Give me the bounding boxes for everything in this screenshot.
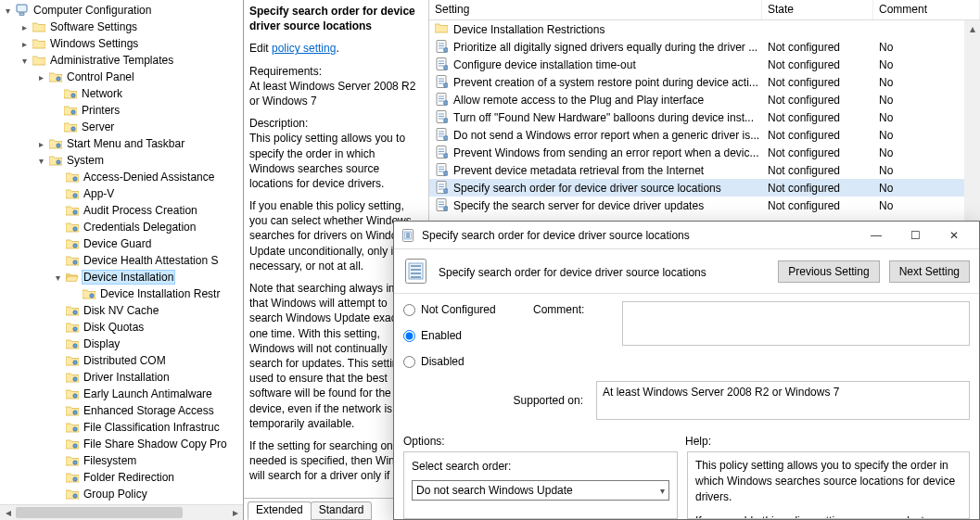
- tree-server[interactable]: Server: [0, 119, 243, 135]
- row-label: Specify search order for device driver s…: [453, 182, 721, 195]
- tree-item[interactable]: Display: [0, 336, 243, 352]
- folder-icon: [48, 153, 63, 168]
- scroll-thumb[interactable]: [16, 507, 183, 518]
- chevron-right-icon[interactable]: ▸: [33, 139, 48, 149]
- row-state: Not configured: [762, 182, 873, 195]
- radio-enabled[interactable]: Enabled: [403, 329, 533, 342]
- tree-software-settings[interactable]: ▸ Software Settings: [0, 19, 243, 35]
- tree-admin-templates[interactable]: ▾ Administrative Templates: [0, 52, 243, 69]
- tree-item[interactable]: Device Health Attestation S: [0, 252, 243, 269]
- radio-input[interactable]: [403, 330, 415, 342]
- edit-policy-link[interactable]: policy setting: [272, 42, 336, 55]
- chevron-down-icon[interactable]: ▾: [33, 156, 48, 166]
- comment-textbox[interactable]: [622, 301, 970, 346]
- policy-icon: [435, 163, 450, 178]
- tree-item[interactable]: Enhanced Storage Access: [0, 402, 243, 419]
- chevron-down-icon[interactable]: ▾: [50, 273, 65, 283]
- row-label: Do not send a Windows error report when …: [453, 129, 759, 142]
- chevron-down-icon[interactable]: ▾: [0, 6, 15, 16]
- row-state: Not configured: [762, 41, 873, 54]
- list-row[interactable]: Turn off "Found New Hardware" balloons d…: [429, 108, 980, 126]
- radio-disabled[interactable]: Disabled: [403, 355, 533, 368]
- folder-icon: [65, 253, 80, 268]
- tree-label: File Share Shadow Copy Pro: [82, 438, 229, 450]
- tree-label: Filesystem: [82, 454, 138, 467]
- scroll-left-icon[interactable]: ◂: [0, 505, 16, 521]
- tree-item[interactable]: File Share Shadow Copy Pro: [0, 436, 243, 452]
- tree-item[interactable]: Disk Quotas: [0, 319, 243, 336]
- folder-open-icon: [65, 270, 80, 285]
- tree-device-installation-restr[interactable]: Device Installation Restr: [0, 285, 243, 302]
- row-label: Prevent device metadata retrieval from t…: [453, 164, 704, 177]
- chevron-right-icon[interactable]: ▸: [17, 39, 32, 49]
- tree-item[interactable]: Driver Installation: [0, 369, 243, 386]
- tree-item[interactable]: Early Launch Antimalware: [0, 386, 243, 402]
- minimize-button[interactable]: —: [857, 222, 896, 248]
- tree-item[interactable]: Device Guard: [0, 235, 243, 252]
- tree-item[interactable]: Filesystem: [0, 452, 243, 469]
- tree-system[interactable]: ▾System: [0, 152, 243, 169]
- dialog-titlebar[interactable]: Specify search order for device driver s…: [394, 222, 979, 249]
- tree-control-panel[interactable]: ▸Control Panel: [0, 69, 243, 85]
- col-state[interactable]: State: [762, 0, 873, 19]
- row-label: Prevent creation of a system restore poi…: [453, 76, 758, 89]
- list-row[interactable]: Specify search order for device driver s…: [429, 179, 980, 197]
- comment-label: Comment:: [533, 301, 611, 316]
- tree-item[interactable]: Access-Denied Assistance: [0, 169, 243, 185]
- list-row[interactable]: Configure device installation time-outNo…: [429, 56, 980, 73]
- col-setting[interactable]: Setting: [429, 0, 762, 19]
- tree-item[interactable]: File Classification Infrastruc: [0, 419, 243, 436]
- list-row[interactable]: Prevent Windows from sending an error re…: [429, 144, 980, 161]
- folder-icon: [65, 220, 80, 235]
- col-comment[interactable]: Comment: [873, 0, 980, 19]
- dialog-subtitle: Specify search order for device driver s…: [439, 264, 769, 279]
- folder-icon: [65, 170, 80, 184]
- tree-label: Device Installation Restr: [98, 287, 222, 300]
- scroll-up-icon[interactable]: ▴: [964, 20, 980, 36]
- list-row[interactable]: Do not send a Windows error report when …: [429, 126, 980, 144]
- radio-input[interactable]: [403, 304, 415, 316]
- tree-start-menu[interactable]: ▸Start Menu and Taskbar: [0, 135, 243, 152]
- computer-icon: [15, 3, 30, 18]
- tree-item[interactable]: Credentials Delegation: [0, 219, 243, 235]
- tree-printers[interactable]: Printers: [0, 102, 243, 119]
- folder-icon: [65, 186, 80, 201]
- previous-setting-button[interactable]: Previous Setting: [778, 260, 879, 283]
- list-row[interactable]: Prevent device metadata retrieval from t…: [429, 161, 980, 179]
- chevron-right-icon[interactable]: ▸: [17, 22, 32, 32]
- list-row[interactable]: Specify the search server for device dri…: [429, 197, 980, 214]
- list-row[interactable]: Prioritize all digitally signed drivers …: [429, 38, 980, 56]
- chevron-down-icon[interactable]: ▾: [17, 56, 32, 66]
- tree-label: Access-Denied Assistance: [82, 171, 216, 184]
- list-row[interactable]: Prevent creation of a system restore poi…: [429, 73, 980, 91]
- tree-item[interactable]: Group Policy: [0, 486, 243, 502]
- tree-root[interactable]: ▾ Computer Configuration: [0, 2, 243, 19]
- tree-label: Group Policy: [82, 488, 149, 501]
- tree-item[interactable]: App-V: [0, 185, 243, 202]
- tab-extended[interactable]: Extended: [248, 501, 312, 520]
- list-folder-row[interactable]: Device Installation Restrictions: [429, 20, 980, 38]
- tree-item[interactable]: Audit Process Creation: [0, 202, 243, 219]
- close-button[interactable]: ✕: [935, 222, 974, 248]
- tree-device-installation[interactable]: ▾Device Installation: [0, 269, 243, 285]
- tree-item[interactable]: Folder Redirection: [0, 469, 243, 486]
- folder-icon: [48, 136, 63, 151]
- chevron-right-icon[interactable]: ▸: [33, 72, 48, 82]
- folder-icon: [63, 86, 78, 101]
- tab-standard[interactable]: Standard: [311, 501, 373, 520]
- tree-windows-settings[interactable]: ▸ Windows Settings: [0, 35, 243, 52]
- tree-network[interactable]: Network: [0, 85, 243, 102]
- maximize-button[interactable]: ☐: [896, 222, 935, 248]
- select-label: Select search order:: [412, 460, 669, 473]
- scroll-right-icon[interactable]: ▸: [227, 505, 243, 521]
- list-row[interactable]: Allow remote access to the Plug and Play…: [429, 91, 980, 108]
- radio-input[interactable]: [403, 356, 415, 368]
- search-order-select[interactable]: Do not search Windows Update ▾: [412, 480, 669, 501]
- horizontal-scrollbar[interactable]: ◂ ▸: [0, 504, 243, 520]
- tree-item[interactable]: Distributed COM: [0, 352, 243, 369]
- next-setting-button[interactable]: Next Setting: [889, 260, 970, 283]
- nav-tree[interactable]: ▾ Computer Configuration ▸ Software Sett…: [0, 0, 244, 520]
- scroll-track[interactable]: [16, 505, 227, 520]
- tree-item[interactable]: Disk NV Cache: [0, 302, 243, 319]
- radio-not-configured[interactable]: Not Configured: [403, 303, 533, 316]
